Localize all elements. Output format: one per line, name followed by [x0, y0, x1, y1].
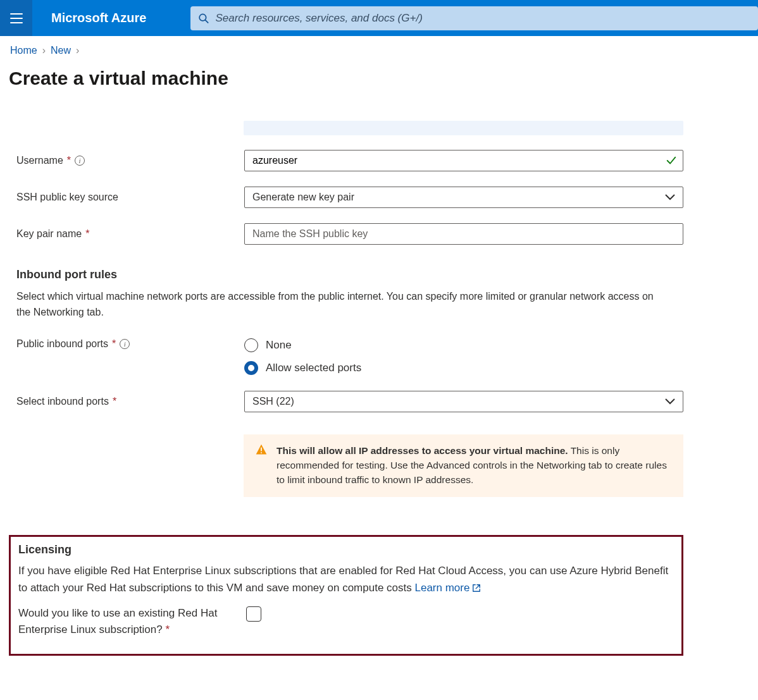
- global-search[interactable]: [190, 6, 758, 30]
- username-label: Username * i: [16, 155, 244, 166]
- chevron-down-icon: [665, 194, 675, 200]
- licensing-heading: Licensing: [18, 543, 674, 556]
- ssh-source-label: SSH public key source: [16, 192, 244, 203]
- breadcrumb-home[interactable]: Home: [10, 45, 37, 56]
- public-ports-label: Public inbound ports * i: [16, 338, 244, 350]
- section-stripe: [244, 121, 683, 135]
- use-existing-subscription-checkbox[interactable]: [246, 606, 261, 622]
- required-asterisk: *: [112, 338, 116, 350]
- page-content: Home › New › Create a virtual machine Us…: [0, 36, 683, 656]
- radio-outline-icon: [244, 338, 258, 352]
- warning-callout: This will allow all IP addresses to acce…: [244, 434, 683, 498]
- inbound-heading: Inbound port rules: [9, 268, 683, 281]
- select-ports-label: Select inbound ports *: [16, 396, 244, 407]
- ssh-source-value: Generate new key pair: [252, 192, 354, 203]
- radio-none[interactable]: None: [244, 338, 683, 352]
- learn-more-link[interactable]: Learn more: [415, 580, 482, 596]
- svg-rect-1: [261, 447, 262, 451]
- search-icon: [198, 13, 209, 24]
- info-icon[interactable]: i: [120, 339, 130, 349]
- top-bar: Microsoft Azure: [0, 0, 758, 36]
- info-icon[interactable]: i: [75, 156, 85, 166]
- licensing-description: If you have eligible Red Hat Enterprise …: [18, 563, 674, 596]
- brand-label: Microsoft Azure: [32, 11, 190, 25]
- required-asterisk: *: [113, 396, 116, 407]
- radio-allow-label: Allow selected ports: [266, 362, 361, 374]
- required-asterisk: *: [165, 623, 170, 636]
- chevron-down-icon: [665, 398, 675, 405]
- breadcrumb-new[interactable]: New: [51, 45, 71, 56]
- warning-icon: [255, 443, 268, 456]
- radio-selected-icon: [244, 361, 258, 375]
- radio-none-label: None: [266, 339, 292, 352]
- search-wrap: [190, 0, 758, 36]
- search-input[interactable]: [215, 12, 750, 25]
- chevron-right-icon: ›: [76, 45, 79, 56]
- required-asterisk: *: [85, 228, 89, 240]
- svg-rect-2: [261, 452, 262, 453]
- licensing-section: Licensing If you have eligible Red Hat E…: [9, 535, 683, 655]
- ssh-source-select[interactable]: Generate new key pair: [244, 187, 683, 208]
- required-asterisk: *: [67, 155, 71, 166]
- hamburger-icon: [10, 13, 23, 23]
- key-pair-input[interactable]: [244, 223, 683, 245]
- breadcrumb: Home › New ›: [9, 45, 683, 56]
- warning-text: This will allow all IP addresses to acce…: [276, 443, 672, 488]
- username-input[interactable]: [244, 150, 683, 171]
- select-ports-dropdown[interactable]: SSH (22): [244, 391, 683, 412]
- external-link-icon: [472, 584, 481, 593]
- chevron-right-icon: ›: [42, 45, 46, 56]
- radio-allow-selected[interactable]: Allow selected ports: [244, 361, 683, 375]
- hamburger-menu-button[interactable]: [0, 0, 32, 36]
- key-pair-label: Key pair name *: [16, 228, 244, 240]
- check-icon: [666, 155, 677, 166]
- page-title: Create a virtual machine: [9, 68, 683, 89]
- inbound-description: Select which virtual machine network por…: [9, 289, 661, 321]
- licensing-question-label: Would you like to use an existing Red Ha…: [18, 605, 246, 639]
- select-ports-value: SSH (22): [252, 396, 294, 407]
